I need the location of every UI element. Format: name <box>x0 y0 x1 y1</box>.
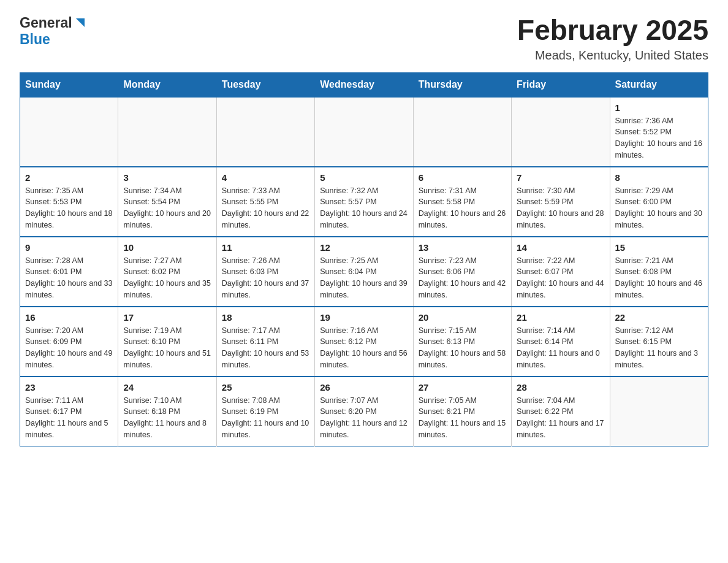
day-info-text: Sunrise: 7:28 AM <box>25 255 113 267</box>
day-info-text: Daylight: 11 hours and 3 minutes. <box>615 348 703 371</box>
title-section: February 2025 Meads, Kentucky, United St… <box>517 15 708 63</box>
day-number: 26 <box>320 382 408 393</box>
day-info-text: Daylight: 10 hours and 53 minutes. <box>222 348 309 371</box>
day-info-text: Sunset: 6:04 PM <box>320 266 408 278</box>
calendar-header-monday: Monday <box>118 72 216 97</box>
day-info-text: Sunset: 5:58 PM <box>419 196 506 208</box>
day-info-text: Daylight: 10 hours and 58 minutes. <box>419 348 506 371</box>
day-number: 10 <box>123 242 211 253</box>
day-info-text: Daylight: 11 hours and 15 minutes. <box>419 418 506 441</box>
day-number: 8 <box>615 172 703 183</box>
day-info-text: Sunset: 5:57 PM <box>320 196 408 208</box>
day-info-text: Daylight: 10 hours and 46 minutes. <box>615 278 703 301</box>
calendar-week-3: 16Sunrise: 7:20 AMSunset: 6:09 PMDayligh… <box>20 307 708 377</box>
calendar-cell: 5Sunrise: 7:32 AMSunset: 5:57 PMDaylight… <box>315 167 413 237</box>
day-info-text: Sunrise: 7:27 AM <box>123 255 211 267</box>
calendar-cell: 21Sunrise: 7:14 AMSunset: 6:14 PMDayligh… <box>512 307 610 377</box>
day-info-text: Sunset: 6:01 PM <box>25 266 113 278</box>
day-info-text: Sunset: 5:59 PM <box>517 196 604 208</box>
day-info-text: Sunset: 6:09 PM <box>25 336 113 348</box>
day-info-text: Sunset: 6:17 PM <box>25 406 113 418</box>
day-info-text: Daylight: 10 hours and 33 minutes. <box>25 278 113 301</box>
day-info-text: Daylight: 11 hours and 8 minutes. <box>123 418 211 441</box>
day-info-text: Sunset: 6:07 PM <box>517 266 604 278</box>
day-info-text: Daylight: 10 hours and 22 minutes. <box>222 208 309 231</box>
month-title: February 2025 <box>517 15 708 46</box>
calendar-cell: 14Sunrise: 7:22 AMSunset: 6:07 PMDayligh… <box>512 237 610 307</box>
logo-general-text: General <box>20 15 72 31</box>
day-number: 5 <box>320 172 408 183</box>
day-info-text: Sunrise: 7:32 AM <box>320 185 408 197</box>
day-info-text: Sunrise: 7:29 AM <box>615 185 703 197</box>
location-text: Meads, Kentucky, United States <box>517 48 708 63</box>
calendar-week-4: 23Sunrise: 7:11 AMSunset: 6:17 PMDayligh… <box>20 377 708 446</box>
calendar-header-wednesday: Wednesday <box>315 72 413 97</box>
day-info-text: Daylight: 10 hours and 44 minutes. <box>517 278 604 301</box>
calendar-header-row: SundayMondayTuesdayWednesdayThursdayFrid… <box>20 72 708 97</box>
day-info-text: Sunset: 6:00 PM <box>615 196 703 208</box>
day-info-text: Daylight: 10 hours and 20 minutes. <box>123 208 211 231</box>
calendar-cell: 3Sunrise: 7:34 AMSunset: 5:54 PMDaylight… <box>118 167 216 237</box>
calendar-header-friday: Friday <box>512 72 610 97</box>
day-info-text: Sunset: 5:55 PM <box>222 196 309 208</box>
day-info-text: Sunset: 6:12 PM <box>320 336 408 348</box>
day-number: 11 <box>222 242 309 253</box>
day-info-text: Daylight: 10 hours and 30 minutes. <box>615 208 703 231</box>
day-info-text: Sunrise: 7:19 AM <box>123 325 211 337</box>
calendar-cell: 20Sunrise: 7:15 AMSunset: 6:13 PMDayligh… <box>413 307 511 377</box>
calendar-cell: 13Sunrise: 7:23 AMSunset: 6:06 PMDayligh… <box>413 237 511 307</box>
day-info-text: Sunset: 6:11 PM <box>222 336 309 348</box>
day-number: 12 <box>320 242 408 253</box>
day-info-text: Sunset: 6:14 PM <box>517 336 604 348</box>
calendar-header-thursday: Thursday <box>413 72 511 97</box>
day-number: 23 <box>25 382 113 393</box>
calendar-cell: 10Sunrise: 7:27 AMSunset: 6:02 PMDayligh… <box>118 237 216 307</box>
day-info-text: Sunset: 6:21 PM <box>419 406 506 418</box>
calendar-cell <box>118 97 216 167</box>
day-number: 20 <box>419 312 506 323</box>
calendar-cell: 12Sunrise: 7:25 AMSunset: 6:04 PMDayligh… <box>315 237 413 307</box>
calendar-header-tuesday: Tuesday <box>216 72 314 97</box>
day-info-text: Daylight: 10 hours and 37 minutes. <box>222 278 309 301</box>
calendar-cell <box>610 377 708 446</box>
day-info-text: Daylight: 11 hours and 5 minutes. <box>25 418 113 441</box>
day-info-text: Daylight: 11 hours and 17 minutes. <box>517 418 604 441</box>
calendar-cell <box>20 97 118 167</box>
day-info-text: Sunset: 6:19 PM <box>222 406 309 418</box>
svg-marker-0 <box>76 18 85 27</box>
day-info-text: Daylight: 10 hours and 18 minutes. <box>25 208 113 231</box>
calendar-cell: 6Sunrise: 7:31 AMSunset: 5:58 PMDaylight… <box>413 167 511 237</box>
day-info-text: Sunrise: 7:22 AM <box>517 255 604 267</box>
day-info-text: Daylight: 10 hours and 42 minutes. <box>419 278 506 301</box>
day-info-text: Sunset: 5:53 PM <box>25 196 113 208</box>
calendar-cell: 19Sunrise: 7:16 AMSunset: 6:12 PMDayligh… <box>315 307 413 377</box>
page-header: General Blue February 2025 Meads, Kentuc… <box>20 15 708 63</box>
day-info-text: Sunrise: 7:26 AM <box>222 255 309 267</box>
calendar-cell: 4Sunrise: 7:33 AMSunset: 5:55 PMDaylight… <box>216 167 314 237</box>
day-info-text: Sunrise: 7:23 AM <box>419 255 506 267</box>
day-number: 21 <box>517 312 604 323</box>
day-number: 6 <box>419 172 506 183</box>
day-info-text: Daylight: 11 hours and 10 minutes. <box>222 418 309 441</box>
logo-blue-text: Blue <box>20 31 50 47</box>
day-info-text: Sunset: 6:13 PM <box>419 336 506 348</box>
day-info-text: Sunrise: 7:14 AM <box>517 325 604 337</box>
day-info-text: Sunrise: 7:25 AM <box>320 255 408 267</box>
day-info-text: Daylight: 11 hours and 0 minutes. <box>517 348 604 371</box>
day-number: 2 <box>25 172 113 183</box>
calendar-week-0: 1Sunrise: 7:36 AMSunset: 5:52 PMDaylight… <box>20 97 708 167</box>
day-info-text: Daylight: 10 hours and 26 minutes. <box>419 208 506 231</box>
day-info-text: Sunset: 6:20 PM <box>320 406 408 418</box>
day-info-text: Sunrise: 7:35 AM <box>25 185 113 197</box>
day-info-text: Sunset: 6:22 PM <box>517 406 604 418</box>
day-info-text: Sunrise: 7:36 AM <box>615 115 703 127</box>
calendar-cell: 9Sunrise: 7:28 AMSunset: 6:01 PMDaylight… <box>20 237 118 307</box>
day-info-text: Daylight: 10 hours and 51 minutes. <box>123 348 211 371</box>
calendar-cell: 1Sunrise: 7:36 AMSunset: 5:52 PMDaylight… <box>610 97 708 167</box>
calendar-cell: 26Sunrise: 7:07 AMSunset: 6:20 PMDayligh… <box>315 377 413 446</box>
day-info-text: Sunrise: 7:07 AM <box>320 395 408 407</box>
day-info-text: Sunrise: 7:04 AM <box>517 395 604 407</box>
calendar-cell: 11Sunrise: 7:26 AMSunset: 6:03 PMDayligh… <box>216 237 314 307</box>
calendar-cell: 15Sunrise: 7:21 AMSunset: 6:08 PMDayligh… <box>610 237 708 307</box>
day-info-text: Daylight: 10 hours and 16 minutes. <box>615 138 703 161</box>
